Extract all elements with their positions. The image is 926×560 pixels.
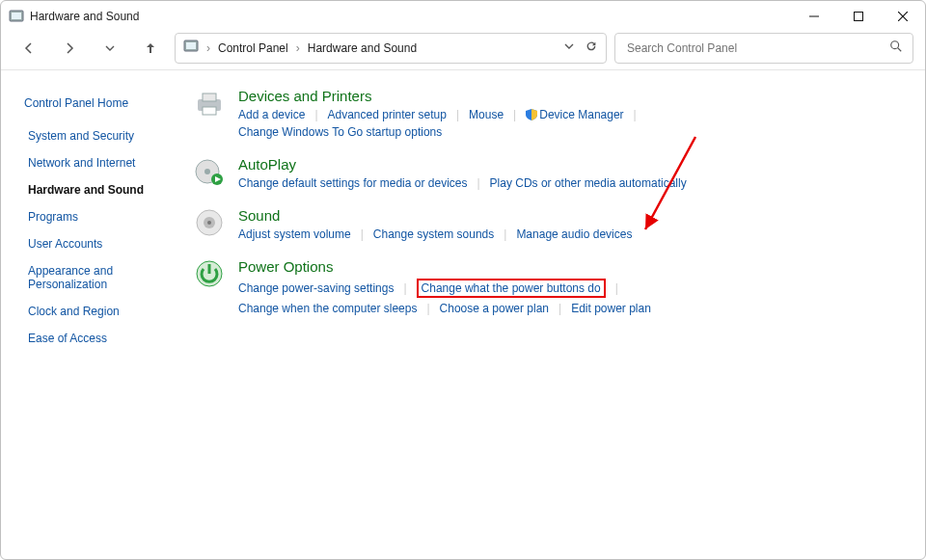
- speaker-icon: [194, 207, 225, 238]
- link-add-device[interactable]: Add a device: [238, 108, 305, 121]
- breadcrumb-root[interactable]: Control Panel: [218, 41, 288, 55]
- sidebar: Control Panel Home System and Security N…: [1, 70, 175, 559]
- autoplay-icon: [194, 156, 225, 187]
- section-title-autoplay[interactable]: AutoPlay: [238, 156, 296, 173]
- sidebar-item-user-accounts[interactable]: User Accounts: [28, 237, 163, 251]
- breadcrumb-current[interactable]: Hardware and Sound: [308, 41, 417, 55]
- section-autoplay: AutoPlay Change default settings for med…: [194, 156, 906, 190]
- link-adjust-volume[interactable]: Adjust system volume: [238, 227, 351, 241]
- window-title: Hardware and Sound: [30, 10, 139, 23]
- control-panel-window: Hardware and Sound › Control Panel › Har…: [0, 0, 926, 560]
- svg-line-9: [898, 48, 902, 52]
- main-panel: Devices and Printers Add a device| Advan…: [175, 70, 925, 559]
- forward-button[interactable]: [53, 33, 86, 64]
- recent-dropdown[interactable]: [94, 33, 126, 64]
- app-icon: [9, 9, 24, 24]
- section-title-power[interactable]: Power Options: [238, 258, 333, 275]
- search-icon[interactable]: [889, 40, 903, 56]
- back-button[interactable]: [13, 33, 45, 64]
- titlebar: Hardware and Sound: [1, 1, 925, 32]
- link-mouse[interactable]: Mouse: [469, 108, 504, 121]
- link-autoplay-play[interactable]: Play CDs or other media automatically: [490, 176, 687, 190]
- address-icon: [183, 39, 199, 57]
- link-edit-plan[interactable]: Edit power plan: [571, 302, 651, 315]
- shield-icon: [526, 109, 537, 120]
- link-autoplay-defaults[interactable]: Change default settings for media or dev…: [238, 176, 467, 190]
- power-icon: [194, 258, 225, 289]
- sidebar-item-hardware-sound[interactable]: Hardware and Sound: [28, 183, 163, 197]
- address-dropdown-icon[interactable]: [563, 40, 575, 55]
- up-button[interactable]: [134, 33, 167, 64]
- nav-bar: › Control Panel › Hardware and Sound: [1, 32, 925, 70]
- section-title-devices[interactable]: Devices and Printers: [238, 88, 371, 104]
- section-sound: Sound Adjust system volume| Change syste…: [194, 207, 906, 241]
- svg-rect-11: [203, 93, 216, 101]
- sidebar-item-appearance[interactable]: Appearance and Personalization: [28, 264, 163, 291]
- section-title-sound[interactable]: Sound: [238, 207, 280, 224]
- sidebar-item-programs[interactable]: Programs: [28, 210, 163, 224]
- annotation-highlight: Change what the power buttons do: [417, 279, 606, 298]
- svg-point-14: [204, 169, 210, 174]
- link-advanced-printer[interactable]: Advanced printer setup: [328, 108, 447, 121]
- address-bar[interactable]: › Control Panel › Hardware and Sound: [175, 33, 607, 64]
- svg-rect-1: [12, 13, 21, 19]
- sidebar-home-link[interactable]: Control Panel Home: [24, 96, 163, 110]
- search-box[interactable]: [614, 33, 913, 64]
- maximize-button[interactable]: [836, 1, 881, 32]
- printer-icon: [194, 88, 225, 119]
- svg-point-8: [891, 41, 899, 49]
- chevron-right-icon[interactable]: ›: [206, 41, 210, 55]
- link-manage-audio[interactable]: Manage audio devices: [516, 227, 632, 241]
- chevron-right-icon[interactable]: ›: [296, 41, 300, 55]
- svg-rect-3: [855, 13, 863, 21]
- content-area: Control Panel Home System and Security N…: [1, 70, 925, 559]
- sidebar-item-network[interactable]: Network and Internet: [28, 156, 163, 170]
- svg-rect-7: [186, 42, 196, 49]
- section-power: Power Options Change power-saving settin…: [194, 258, 906, 315]
- link-device-manager[interactable]: Device Manager: [539, 108, 623, 121]
- svg-rect-12: [203, 107, 216, 115]
- section-devices: Devices and Printers Add a device| Advan…: [194, 88, 906, 139]
- svg-point-18: [207, 221, 211, 225]
- close-button[interactable]: [881, 1, 925, 32]
- link-choose-plan[interactable]: Choose a power plan: [440, 302, 549, 315]
- link-system-sounds[interactable]: Change system sounds: [373, 227, 494, 241]
- link-computer-sleeps[interactable]: Change when the computer sleeps: [238, 302, 417, 315]
- search-input[interactable]: [625, 40, 876, 56]
- minimize-button[interactable]: [792, 1, 836, 32]
- sidebar-item-clock-region[interactable]: Clock and Region: [28, 305, 163, 318]
- sidebar-item-ease-access[interactable]: Ease of Access: [28, 332, 163, 345]
- link-windows-to-go[interactable]: Change Windows To Go startup options: [238, 125, 442, 139]
- link-power-saving[interactable]: Change power-saving settings: [238, 281, 394, 295]
- sidebar-item-system-security[interactable]: System and Security: [28, 129, 163, 143]
- link-power-buttons[interactable]: Change what the power buttons do: [422, 281, 601, 295]
- refresh-icon[interactable]: [585, 40, 598, 56]
